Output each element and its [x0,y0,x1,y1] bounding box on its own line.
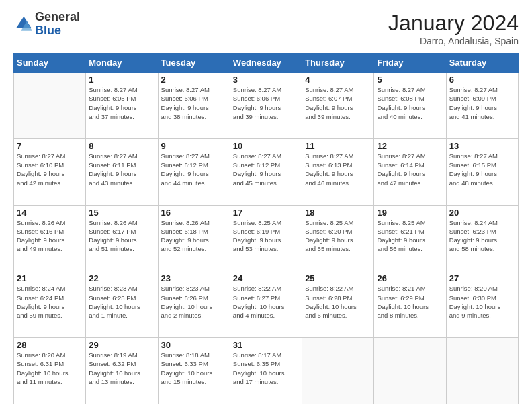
day-number: 17 [233,208,299,218]
col-saturday: Saturday [446,54,518,73]
day-info: Sunrise: 8:27 AM Sunset: 6:06 PM Dayligh… [233,85,299,121]
table-row: 27Sunrise: 8:20 AM Sunset: 6:30 PM Dayli… [446,271,518,338]
table-row: 25Sunrise: 8:22 AM Sunset: 6:28 PM Dayli… [302,271,374,338]
table-row: 4Sunrise: 8:27 AM Sunset: 6:07 PM Daylig… [302,73,374,139]
day-info: Sunrise: 8:18 AM Sunset: 6:33 PM Dayligh… [161,351,227,386]
day-number: 25 [305,273,371,283]
day-info: Sunrise: 8:23 AM Sunset: 6:26 PM Dayligh… [161,284,227,320]
day-number: 23 [161,273,227,283]
day-number: 8 [89,141,154,151]
day-info: Sunrise: 8:27 AM Sunset: 6:14 PM Dayligh… [377,152,443,187]
table-row [374,338,446,404]
table-row: 11Sunrise: 8:27 AM Sunset: 6:13 PM Dayli… [302,138,374,205]
day-number: 31 [233,340,299,350]
day-number: 18 [305,208,371,218]
table-row: 22Sunrise: 8:23 AM Sunset: 6:25 PM Dayli… [86,271,158,338]
table-row [302,338,374,404]
day-info: Sunrise: 8:22 AM Sunset: 6:28 PM Dayligh… [305,284,371,320]
day-number: 22 [89,273,154,283]
col-thursday: Thursday [302,54,374,73]
table-row: 9Sunrise: 8:27 AM Sunset: 6:12 PM Daylig… [158,138,230,205]
day-info: Sunrise: 8:22 AM Sunset: 6:27 PM Dayligh… [233,284,299,320]
calendar-week-row: 14Sunrise: 8:26 AM Sunset: 6:16 PM Dayli… [14,205,519,271]
day-number: 9 [161,141,227,151]
table-row: 12Sunrise: 8:27 AM Sunset: 6:14 PM Dayli… [374,138,446,205]
table-row: 29Sunrise: 8:19 AM Sunset: 6:32 PM Dayli… [86,338,158,404]
day-info: Sunrise: 8:17 AM Sunset: 6:35 PM Dayligh… [233,351,299,386]
logo-general: General [35,11,80,24]
day-number: 2 [161,75,227,85]
day-number: 19 [377,208,443,218]
table-row: 13Sunrise: 8:27 AM Sunset: 6:15 PM Dayli… [446,138,518,205]
day-number: 16 [161,208,227,218]
day-info: Sunrise: 8:20 AM Sunset: 6:31 PM Dayligh… [17,351,83,386]
table-row: 28Sunrise: 8:20 AM Sunset: 6:31 PM Dayli… [14,338,86,404]
col-friday: Friday [374,54,446,73]
col-monday: Monday [86,54,158,73]
day-info: Sunrise: 8:26 AM Sunset: 6:16 PM Dayligh… [17,218,83,254]
day-number: 11 [305,141,371,151]
day-number: 29 [89,340,154,350]
day-info: Sunrise: 8:27 AM Sunset: 6:12 PM Dayligh… [233,152,299,187]
table-row: 15Sunrise: 8:26 AM Sunset: 6:17 PM Dayli… [86,205,158,271]
day-info: Sunrise: 8:24 AM Sunset: 6:24 PM Dayligh… [17,284,83,320]
day-number: 10 [233,141,299,151]
calendar-week-row: 21Sunrise: 8:24 AM Sunset: 6:24 PM Dayli… [14,271,519,338]
logo: General Blue [13,11,80,38]
table-row: 30Sunrise: 8:18 AM Sunset: 6:33 PM Dayli… [158,338,230,404]
day-number: 24 [233,273,299,283]
table-row: 31Sunrise: 8:17 AM Sunset: 6:35 PM Dayli… [230,338,302,404]
day-number: 27 [449,273,515,283]
table-row: 5Sunrise: 8:27 AM Sunset: 6:08 PM Daylig… [374,73,446,139]
day-number: 14 [17,208,83,218]
day-info: Sunrise: 8:27 AM Sunset: 6:08 PM Dayligh… [377,85,443,121]
day-info: Sunrise: 8:19 AM Sunset: 6:32 PM Dayligh… [89,351,154,386]
calendar-table: Sunday Monday Tuesday Wednesday Thursday… [13,53,519,404]
day-info: Sunrise: 8:27 AM Sunset: 6:10 PM Dayligh… [17,152,83,187]
day-info: Sunrise: 8:26 AM Sunset: 6:18 PM Dayligh… [161,218,227,254]
day-number: 7 [17,141,83,151]
day-number: 3 [233,75,299,85]
table-row: 24Sunrise: 8:22 AM Sunset: 6:27 PM Dayli… [230,271,302,338]
day-number: 5 [377,75,443,85]
day-info: Sunrise: 8:27 AM Sunset: 6:13 PM Dayligh… [305,152,371,187]
day-info: Sunrise: 8:20 AM Sunset: 6:30 PM Dayligh… [449,284,515,320]
table-row: 26Sunrise: 8:21 AM Sunset: 6:29 PM Dayli… [374,271,446,338]
day-number: 12 [377,141,443,151]
calendar-header-row: Sunday Monday Tuesday Wednesday Thursday… [14,54,519,73]
day-info: Sunrise: 8:27 AM Sunset: 6:15 PM Dayligh… [449,152,515,187]
table-row: 8Sunrise: 8:27 AM Sunset: 6:11 PM Daylig… [86,138,158,205]
day-info: Sunrise: 8:24 AM Sunset: 6:23 PM Dayligh… [449,218,515,254]
day-number: 30 [161,340,227,350]
logo-blue: Blue [35,24,80,38]
table-row: 1Sunrise: 8:27 AM Sunset: 6:05 PM Daylig… [86,73,158,139]
calendar-week-row: 28Sunrise: 8:20 AM Sunset: 6:31 PM Dayli… [14,338,519,404]
table-row: 16Sunrise: 8:26 AM Sunset: 6:18 PM Dayli… [158,205,230,271]
page: General Blue January 2024 Darro, Andalus… [0,0,532,411]
table-row: 14Sunrise: 8:26 AM Sunset: 6:16 PM Dayli… [14,205,86,271]
table-row: 20Sunrise: 8:24 AM Sunset: 6:23 PM Dayli… [446,205,518,271]
day-number: 6 [449,75,515,85]
title-section: January 2024 Darro, Andalusia, Spain [388,11,519,46]
table-row [14,73,86,139]
table-row: 2Sunrise: 8:27 AM Sunset: 6:06 PM Daylig… [158,73,230,139]
table-row: 19Sunrise: 8:25 AM Sunset: 6:21 PM Dayli… [374,205,446,271]
table-row: 3Sunrise: 8:27 AM Sunset: 6:06 PM Daylig… [230,73,302,139]
day-info: Sunrise: 8:26 AM Sunset: 6:17 PM Dayligh… [89,218,154,254]
month-title: January 2024 [388,11,519,36]
day-number: 15 [89,208,154,218]
day-number: 21 [17,273,83,283]
header: General Blue January 2024 Darro, Andalus… [13,11,519,46]
day-number: 20 [449,208,515,218]
day-info: Sunrise: 8:27 AM Sunset: 6:09 PM Dayligh… [449,85,515,121]
day-info: Sunrise: 8:27 AM Sunset: 6:07 PM Dayligh… [305,85,371,121]
day-number: 26 [377,273,443,283]
col-tuesday: Tuesday [158,54,230,73]
day-info: Sunrise: 8:27 AM Sunset: 6:12 PM Dayligh… [161,152,227,187]
day-number: 1 [89,75,154,85]
table-row: 23Sunrise: 8:23 AM Sunset: 6:26 PM Dayli… [158,271,230,338]
day-info: Sunrise: 8:27 AM Sunset: 6:11 PM Dayligh… [89,152,154,187]
table-row [446,338,518,404]
table-row: 17Sunrise: 8:25 AM Sunset: 6:19 PM Dayli… [230,205,302,271]
day-number: 28 [17,340,83,350]
